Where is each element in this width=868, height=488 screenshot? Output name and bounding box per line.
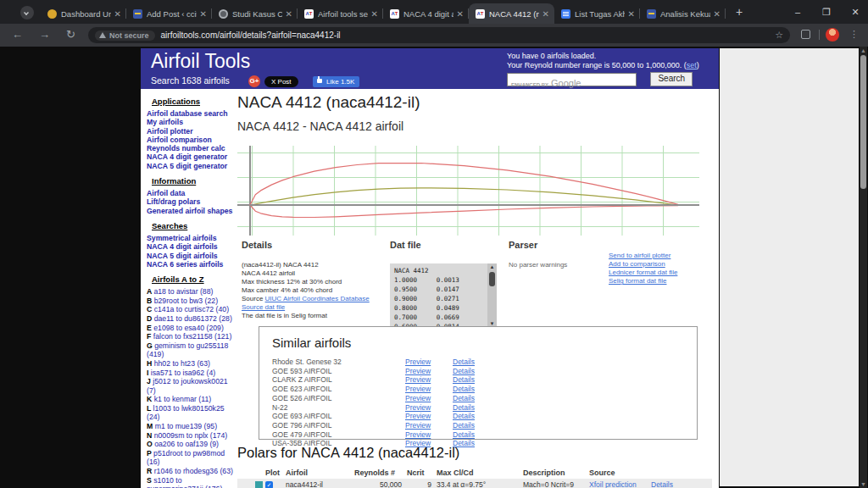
browser-tab[interactable]: Add Post ‹ ccitor✕ xyxy=(126,3,212,24)
browser-tab[interactable]: Studi Kasus CFD✕ xyxy=(212,3,298,24)
sidebar-letter-item[interactable]: N n0009sm to nplx (174) xyxy=(147,431,237,441)
tab-close-icon[interactable]: ✕ xyxy=(628,9,635,19)
details-link[interactable]: Source dat file xyxy=(242,303,285,311)
extensions-icon[interactable] xyxy=(801,30,810,39)
sidebar-letter-item[interactable]: H hh02 to ht23 (63) xyxy=(147,359,237,369)
parser-action-link[interactable]: Add to comparison xyxy=(609,260,665,268)
tab-close-icon[interactable]: ✕ xyxy=(200,9,207,19)
google-plus-button[interactable]: G+ xyxy=(248,75,260,87)
details-link[interactable]: Details xyxy=(453,367,697,376)
sidebar-letter-item[interactable]: D dae11 to du861372 (28) xyxy=(147,314,237,324)
close-window-button[interactable]: ✕ xyxy=(843,0,868,24)
sidebar-letter-item[interactable]: L l1003 to lwk80150k25 (24) xyxy=(147,404,237,422)
sidebar-item[interactable]: Symmetrical airfoils xyxy=(147,234,237,242)
datfile-scrollbar[interactable]: ▲ ▼ xyxy=(487,263,497,327)
browser-tab[interactable]: Dashboard Unive✕ xyxy=(41,3,126,24)
page-scrollbar[interactable]: ▲ ▼ xyxy=(860,47,867,488)
forward-icon[interactable]: → xyxy=(39,28,50,41)
tab-close-icon[interactable]: ✕ xyxy=(542,9,549,19)
browser-menu-icon[interactable]: ⋮ xyxy=(849,29,859,40)
tab-close-icon[interactable]: ✕ xyxy=(286,9,292,19)
tab-close-icon[interactable]: ✕ xyxy=(371,9,378,19)
address-bar[interactable]: Not secure airfoiltools.com/airfoil/deta… xyxy=(88,27,790,43)
tab-search-button[interactable] xyxy=(20,6,34,19)
preview-link[interactable]: Preview xyxy=(405,385,453,394)
details-link[interactable]: Details xyxy=(453,385,697,394)
sidebar-letter-item[interactable]: S s1010 to supermarine371ii (176) xyxy=(147,476,237,488)
back-icon[interactable]: ← xyxy=(12,28,23,41)
sidebar-item[interactable]: NACA 6 series airfoils xyxy=(147,260,237,269)
security-chip[interactable]: Not secure xyxy=(95,30,155,41)
sidebar-letter-item[interactable]: A a18 to avistar (88) xyxy=(147,287,237,297)
browser-tab[interactable]: ATNACA 4 digit air✕ xyxy=(383,3,469,24)
sidebar-letter-item[interactable]: G geminism to gu255118 (419) xyxy=(147,341,237,359)
details-link[interactable]: Details xyxy=(453,421,697,430)
scroll-down-icon[interactable]: ▼ xyxy=(860,481,867,487)
sidebar-letter-item[interactable]: K k1 to kenmar (11) xyxy=(147,395,237,404)
url-text[interactable]: airfoiltools.com/airfoil/details?airfoil… xyxy=(161,30,776,40)
plot-checkbox[interactable]: ✓ xyxy=(265,481,273,488)
polar-details-link[interactable]: Details xyxy=(651,480,712,488)
preview-link[interactable]: Preview xyxy=(405,403,453,413)
details-link[interactable]: Details xyxy=(453,439,697,448)
sidebar-letter-item[interactable]: I isa571 to isa962 (4) xyxy=(147,369,237,378)
sidebar-letter-item[interactable]: E e1098 to esa40 (209) xyxy=(147,324,237,333)
sidebar-item[interactable]: My airfoils xyxy=(147,118,237,126)
details-link[interactable]: Details xyxy=(453,375,697,385)
sidebar-item[interactable]: Reynolds number calc xyxy=(147,144,237,152)
sidebar-item[interactable]: NACA 5 digit generator xyxy=(147,162,237,170)
sidebar-letter-item[interactable]: P p51droot to pw98mod (16) xyxy=(147,449,237,467)
sidebar-item[interactable]: Airfoil database search xyxy=(147,109,237,118)
sidebar-item[interactable]: NACA 4 digit generator xyxy=(147,152,237,161)
details-link[interactable]: UIUC Airfoil Coordinates Database xyxy=(265,295,370,302)
scroll-up-icon[interactable]: ▲ xyxy=(860,47,867,53)
browser-tab[interactable]: ATAirfoil tools sear✕ xyxy=(298,3,383,24)
details-link[interactable]: Details xyxy=(453,412,697,421)
site-search-button[interactable]: Search xyxy=(650,72,693,86)
preview-link[interactable]: Preview xyxy=(405,421,453,430)
site-search-input[interactable]: ENHANCED BYGoogle xyxy=(507,73,637,86)
browser-tab[interactable]: ATNACA 4412 (nac✕ xyxy=(469,3,554,24)
tab-close-icon[interactable]: ✕ xyxy=(114,9,121,19)
tab-close-icon[interactable]: ✕ xyxy=(457,9,464,19)
details-link[interactable]: Details xyxy=(453,403,697,413)
sidebar-letter-item[interactable]: R r1046 to rhodesg36 (63) xyxy=(147,467,237,476)
datfile-textarea[interactable]: NACA 4412 1.0000 0.0013 0.9500 0.0147 0.… xyxy=(390,263,497,327)
sidebar-item[interactable]: Lift/drag polars xyxy=(147,197,237,206)
preview-link[interactable]: Preview xyxy=(405,358,453,367)
polar-source-link[interactable]: Xfoil prediction xyxy=(589,480,651,488)
sidebar-item[interactable]: Airfoil data xyxy=(147,189,237,197)
sidebar-item[interactable]: Airfoil comparison xyxy=(147,136,237,144)
browser-tab[interactable]: List Tugas Akhir✕ xyxy=(554,3,640,24)
sidebar-letter-item[interactable]: C c141a to curtisc72 (40) xyxy=(147,305,237,314)
facebook-like-button[interactable]: Like 1.5K xyxy=(313,76,359,87)
set-reynolds-link[interactable]: set xyxy=(687,61,697,69)
parser-action-link[interactable]: Selig format dat file xyxy=(609,277,666,285)
preview-link[interactable]: Preview xyxy=(405,367,453,376)
sidebar-letter-item[interactable]: J j5012 to joukowsk0021 (7) xyxy=(147,377,237,395)
profile-avatar[interactable] xyxy=(826,28,839,42)
browser-tab[interactable]: Analisis Kekuata✕ xyxy=(640,3,726,24)
sidebar-letter-item[interactable]: O oa206 to oaf139 (9) xyxy=(147,440,237,449)
page-scroll-thumb[interactable] xyxy=(860,55,866,189)
new-tab-button[interactable]: + xyxy=(736,5,743,19)
refresh-icon[interactable]: ↻ xyxy=(66,28,75,41)
details-link[interactable]: Details xyxy=(453,358,697,367)
bookmark-star-icon[interactable]: ☆ xyxy=(775,30,783,41)
sidebar-letter-item[interactable]: B b29root to bw3 (22) xyxy=(147,297,237,306)
sidebar-letter-item[interactable]: F falcon to fxs21158 (121) xyxy=(147,332,237,341)
scroll-up-icon[interactable]: ▲ xyxy=(487,264,497,269)
minimize-button[interactable]: – xyxy=(785,0,810,24)
details-link[interactable]: Details xyxy=(453,394,697,403)
sidebar-item[interactable]: NACA 4 digit airfoils xyxy=(147,242,237,251)
sidebar-item[interactable]: Airfoil plotter xyxy=(147,127,237,136)
preview-link[interactable]: Preview xyxy=(405,412,453,421)
sidebar-item[interactable]: Generated airfoil shapes xyxy=(147,207,237,215)
preview-link[interactable]: Preview xyxy=(405,394,453,403)
maximize-button[interactable]: ❐ xyxy=(814,0,839,24)
preview-link[interactable]: Preview xyxy=(405,430,453,440)
x-post-button[interactable]: X Post xyxy=(264,76,298,87)
parser-action-link[interactable]: Lednicer format dat file xyxy=(609,269,677,276)
tab-close-icon[interactable]: ✕ xyxy=(714,9,721,19)
parser-action-link[interactable]: Send to airfoil plotter xyxy=(609,252,670,259)
